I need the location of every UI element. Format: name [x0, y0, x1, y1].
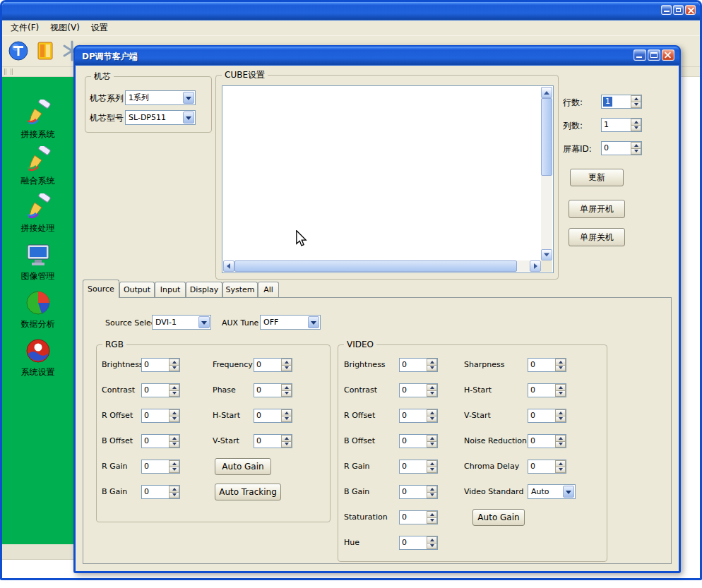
rgb-b-offset-spinner[interactable]: 0 — [141, 434, 180, 448]
cols-spinner[interactable]: 1 — [601, 118, 642, 132]
rgb-h-start-spinner[interactable]: 0 — [254, 409, 292, 423]
spin-up-button[interactable] — [169, 359, 179, 366]
spin-down-button[interactable] — [427, 416, 437, 423]
spin-up-button[interactable] — [169, 384, 179, 391]
spin-up-button[interactable] — [555, 384, 566, 391]
rows-spinner[interactable]: 1 — [601, 95, 642, 109]
spin-up-button[interactable] — [169, 486, 179, 493]
video-noise-reduction-spinner[interactable]: 0 — [528, 434, 566, 448]
spin-down-button[interactable] — [555, 467, 566, 474]
chevron-down-icon[interactable] — [183, 112, 194, 124]
maximize-button[interactable] — [648, 49, 660, 61]
tab-all[interactable]: All — [258, 282, 279, 297]
maximize-button[interactable] — [673, 5, 684, 15]
spin-down-button[interactable] — [281, 442, 292, 448]
chevron-down-icon[interactable] — [563, 486, 574, 498]
horizontal-scroll-thumb[interactable] — [234, 260, 517, 272]
spin-up-button[interactable] — [169, 460, 179, 467]
video-sharpness-spinner[interactable]: 0 — [528, 358, 566, 372]
minimize-button[interactable] — [633, 49, 646, 61]
scroll-left-button[interactable] — [223, 260, 234, 272]
tab-input[interactable]: Input — [155, 282, 186, 297]
video-v-start-spinner[interactable]: 0 — [528, 409, 566, 423]
sidebar-item-splice-processing[interactable]: 拼接处理 — [2, 192, 73, 237]
spin-up-button[interactable] — [281, 435, 292, 442]
close-button[interactable] — [662, 49, 674, 61]
spin-up-button[interactable] — [555, 409, 566, 416]
spin-down-button[interactable] — [169, 493, 179, 499]
spin-down-button[interactable] — [281, 366, 292, 372]
toolbar-gripper[interactable] — [4, 68, 13, 75]
video-brightness-spinner[interactable]: 0 — [399, 358, 438, 372]
scroll-down-button[interactable] — [541, 249, 552, 260]
spin-up-button[interactable] — [427, 460, 437, 467]
vertical-scrollbar[interactable] — [541, 87, 552, 260]
spin-down-button[interactable] — [169, 391, 179, 397]
chevron-down-icon[interactable] — [183, 92, 194, 104]
menu-file[interactable]: 文件(F) — [5, 20, 44, 35]
spin-down-button[interactable] — [427, 493, 437, 499]
spin-down-button[interactable] — [427, 467, 437, 474]
spin-up-button[interactable] — [427, 384, 437, 391]
spin-up-button[interactable] — [281, 409, 292, 416]
sidebar-item-fusion-system[interactable]: 融合系统 — [2, 145, 73, 190]
rgb-contrast-spinner[interactable]: 0 — [141, 383, 180, 397]
spin-up-button[interactable] — [427, 536, 437, 544]
video-hue-spinner[interactable]: 0 — [399, 536, 438, 550]
spin-down-button[interactable] — [555, 416, 566, 423]
spin-up-button[interactable] — [427, 511, 437, 518]
spin-up-button[interactable] — [555, 435, 566, 442]
spin-down-button[interactable] — [281, 416, 292, 423]
close-button[interactable] — [685, 5, 696, 15]
horizontal-scrollbar[interactable] — [223, 260, 541, 272]
tab-display[interactable]: Display — [186, 282, 222, 297]
spin-down-button[interactable] — [631, 149, 641, 155]
single-screen-power-off-button[interactable]: 单屏关机 — [569, 228, 625, 246]
spin-up-button[interactable] — [631, 119, 641, 126]
spin-down-button[interactable] — [169, 366, 179, 372]
spin-down-button[interactable] — [631, 102, 641, 109]
tab-output[interactable]: Output — [119, 282, 155, 297]
scroll-up-button[interactable] — [541, 87, 552, 98]
rgb-auto-tracking-button[interactable]: Auto Tracking — [215, 484, 281, 500]
video-r-offset-spinner[interactable]: 0 — [399, 409, 438, 423]
rgb-auto-gain-button[interactable]: Auto Gain — [215, 458, 271, 475]
spin-down-button[interactable] — [169, 416, 179, 423]
spin-up-button[interactable] — [631, 142, 641, 149]
video-r-gain-spinner[interactable]: 0 — [399, 460, 438, 474]
rgb-r-gain-spinner[interactable]: 0 — [141, 460, 180, 474]
video-standard-combo[interactable]: Auto — [528, 484, 576, 499]
video-contrast-spinner[interactable]: 0 — [399, 383, 438, 397]
spin-up-button[interactable] — [555, 359, 566, 366]
menu-view[interactable]: 视图(V) — [44, 20, 85, 35]
spin-down-button[interactable] — [555, 391, 566, 397]
tab-system[interactable]: System — [222, 282, 258, 297]
spin-up-button[interactable] — [631, 95, 641, 102]
spin-down-button[interactable] — [555, 366, 566, 372]
sidebar-item-data-analysis[interactable]: 数据分析 — [2, 288, 73, 333]
spin-down-button[interactable] — [427, 366, 437, 372]
spin-down-button[interactable] — [169, 467, 179, 474]
vertical-scroll-thumb[interactable] — [541, 98, 552, 176]
spin-down-button[interactable] — [427, 391, 437, 397]
menu-settings[interactable]: 设置 — [85, 20, 114, 35]
screen-id-spinner[interactable]: 0 — [601, 141, 642, 155]
toolbar-button-panel[interactable] — [32, 38, 59, 65]
video-saturation-spinner[interactable]: 0 — [399, 510, 438, 524]
scroll-right-button[interactable] — [530, 260, 541, 272]
toolbar-button-t[interactable] — [5, 38, 32, 65]
spin-up-button[interactable] — [169, 409, 179, 416]
rgb-b-gain-spinner[interactable]: 0 — [141, 485, 180, 499]
source-select-combo[interactable]: DVI-1 — [152, 315, 211, 330]
core-series-combo[interactable]: 1系列 — [125, 90, 196, 105]
sidebar-item-system-settings[interactable]: 系统设置 — [2, 336, 73, 381]
rgb-phase-spinner[interactable]: 0 — [254, 383, 292, 397]
cube-list[interactable] — [222, 85, 554, 273]
spin-up-button[interactable] — [427, 435, 437, 442]
spin-up-button[interactable] — [427, 486, 437, 493]
video-auto-gain-button[interactable]: Auto Gain — [472, 509, 525, 526]
sidebar-item-image-management[interactable]: 图像管理 — [2, 240, 73, 285]
spin-down-button[interactable] — [427, 518, 437, 524]
chevron-down-icon[interactable] — [308, 316, 319, 328]
spin-up-button[interactable] — [427, 409, 437, 416]
